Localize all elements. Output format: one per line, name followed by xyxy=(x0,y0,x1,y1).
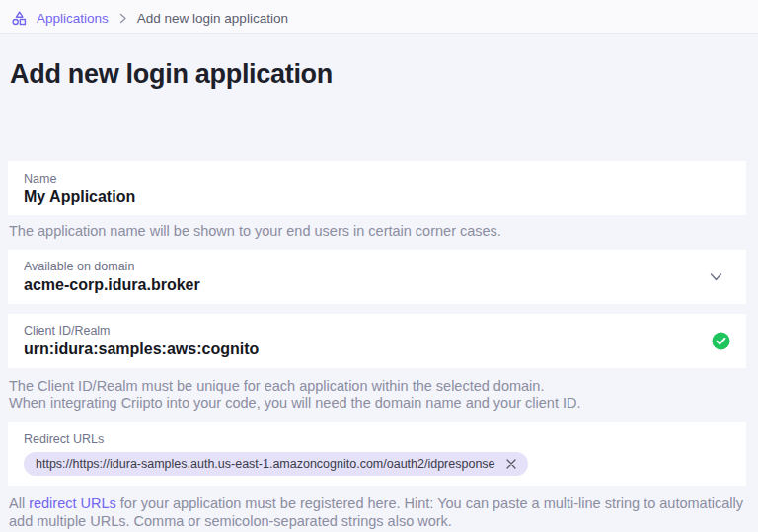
remove-url-icon[interactable] xyxy=(505,458,517,470)
name-label: Name xyxy=(24,172,730,186)
redirect-urls-help-text: All redirect URLs for your application m… xyxy=(9,495,744,530)
chevron-down-icon[interactable] xyxy=(702,266,730,287)
page-title: Add new login application xyxy=(10,59,748,90)
name-input[interactable] xyxy=(24,189,730,206)
redirect-urls-link[interactable]: redirect URLs xyxy=(29,495,116,511)
client-id-label: Client ID/Realm xyxy=(24,324,700,338)
redirect-url-chip-text: https://https://idura-samples.auth.us-ea… xyxy=(36,457,495,471)
domain-value: acme-corp.idura.broker xyxy=(24,276,690,294)
redirect-url-chip: https://https://idura-samples.auth.us-ea… xyxy=(24,452,528,476)
name-help-text: The application name will be shown to yo… xyxy=(9,223,744,241)
redirect-urls-label: Redirect URLs xyxy=(24,432,730,446)
domain-field: Available on domain acme-corp.idura.brok… xyxy=(24,260,690,294)
domain-select[interactable]: Available on domain acme-corp.idura.brok… xyxy=(8,250,746,304)
client-id-help-line1: The Client ID/Realm must be unique for e… xyxy=(9,378,544,394)
domain-label: Available on domain xyxy=(24,260,690,273)
chevron-right-icon xyxy=(117,13,128,24)
redirect-urls-chip-list: https://https://idura-samples.auth.us-ea… xyxy=(24,452,730,476)
redirect-urls-help-suffix: for your application must be registered … xyxy=(9,495,743,529)
breadcrumb-current: Add new login application xyxy=(137,11,288,26)
client-id-help-text: The Client ID/Realm must be unique for e… xyxy=(9,378,744,413)
name-field-card[interactable]: Name xyxy=(8,161,746,215)
client-id-help-line2: When integrating Criipto into your code,… xyxy=(9,395,581,411)
breadcrumb: Applications Add new login application xyxy=(0,0,758,34)
add-application-form: Name The application name will be shown … xyxy=(0,161,758,530)
redirect-urls-field-card[interactable]: Redirect URLs https://https://idura-samp… xyxy=(8,422,746,486)
redirect-urls-help-prefix: All xyxy=(9,495,29,511)
breadcrumb-link-applications[interactable]: Applications xyxy=(37,11,109,26)
client-id-field-card[interactable]: Client ID/Realm xyxy=(8,314,746,368)
name-field: Name xyxy=(24,172,730,206)
applications-shapes-icon xyxy=(11,10,28,27)
client-id-field: Client ID/Realm xyxy=(24,324,700,358)
main-content: Add new login application Name The appli… xyxy=(0,59,758,530)
client-id-input[interactable] xyxy=(24,341,700,358)
check-circle-icon xyxy=(712,332,730,350)
